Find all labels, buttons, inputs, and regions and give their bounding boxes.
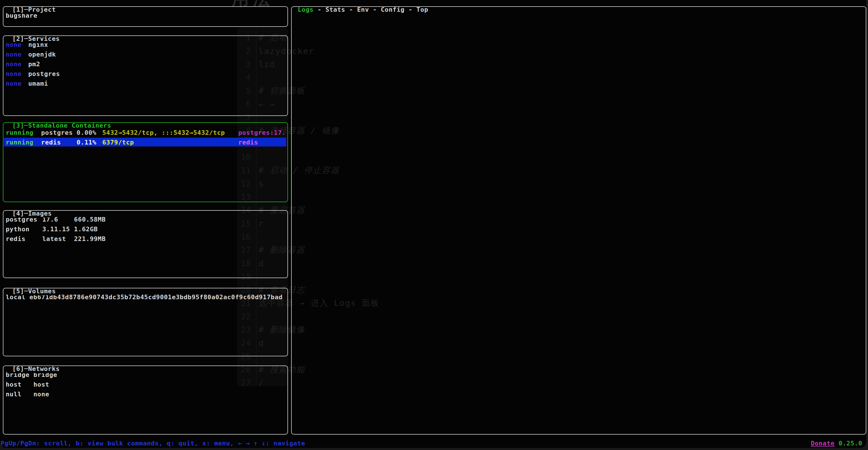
log-line xyxy=(292,31,865,40)
containers-panel[interactable]: [3]─Standalone Containers running postgr… xyxy=(3,122,288,202)
service-state: none xyxy=(6,79,22,89)
status-bar: PgUp/PgDn: scroll, b: view bulk commands… xyxy=(1,439,862,448)
status-bar-right: Donate0.25.0 xyxy=(811,439,862,448)
service-state: none xyxy=(6,69,22,79)
images-panel-title: [4]─Images xyxy=(10,210,54,218)
network-row[interactable]: null none xyxy=(3,389,287,399)
service-row[interactable]: none postgres xyxy=(3,69,287,79)
service-row[interactable]: none umami xyxy=(3,79,287,89)
container-cpu: 0.11% xyxy=(76,138,96,147)
image-size: 221.99MB xyxy=(74,234,106,244)
service-row[interactable]: none openjdk xyxy=(3,50,287,59)
service-state: none xyxy=(6,50,22,59)
containers-panel-title: [3]─Standalone Containers xyxy=(10,122,113,130)
keybindings-help: PgUp/PgDn: scroll, b: view bulk commands… xyxy=(1,439,305,448)
image-tag: latest xyxy=(42,234,66,244)
image-repo: python xyxy=(6,224,29,234)
container-row-redis-selected[interactable]: running redis 0.11% 6379/tcp redis xyxy=(3,138,287,147)
container-image: redis xyxy=(238,138,258,147)
networks-panel[interactable]: [6]─Networks bridge bridge host host nul… xyxy=(3,365,288,435)
service-name: umami xyxy=(28,79,48,89)
donate-link[interactable]: Donate xyxy=(811,440,835,447)
image-repo: redis xyxy=(6,234,25,244)
image-size: 660.58MB xyxy=(74,215,106,224)
network-name: none xyxy=(33,389,49,399)
service-name: openjdk xyxy=(28,50,56,59)
log-line xyxy=(292,40,865,50)
networks-panel-title: [6]─Networks xyxy=(10,365,62,373)
terminal-window: 用法 1 # 启动 2 lazydocker 3 lzd 4 5 # 切换面板 … xyxy=(0,0,866,448)
volumes-panel-title: [5]─Volumes xyxy=(10,288,58,295)
container-name: redis xyxy=(41,138,61,147)
tabs-stats-env-config-top[interactable]: - Stats - Env - Config - Top xyxy=(313,6,428,13)
image-row[interactable]: python 3.11.15 1.62GB xyxy=(3,224,287,234)
network-driver: null xyxy=(6,389,22,399)
container-status: running xyxy=(6,138,33,147)
network-driver: host xyxy=(6,380,22,389)
image-tag: 3.11.15 xyxy=(42,224,70,234)
services-panel[interactable]: [2]─Services none nginx none openjdk non… xyxy=(3,35,288,116)
services-panel-title: [2]─Services xyxy=(10,35,62,43)
log-output xyxy=(292,11,865,60)
image-size: 1.62GB xyxy=(74,224,98,234)
app-version: 0.25.0 xyxy=(839,440,862,447)
service-state: none xyxy=(6,59,22,69)
log-line xyxy=(292,50,865,60)
volumes-panel[interactable]: [5]─Volumes local eb671db43d8786e90743dc… xyxy=(3,288,288,356)
container-image: postgres:17. xyxy=(238,128,286,138)
project-panel[interactable]: [1]─Project bugshare xyxy=(3,6,288,27)
project-panel-title: [1]─Project xyxy=(10,6,58,14)
network-name: host xyxy=(33,380,49,389)
logs-panel-tabs[interactable]: Logs - Stats - Env - Config - Top xyxy=(296,6,430,14)
container-ports: 6379/tcp xyxy=(102,138,134,147)
image-row[interactable]: redis latest 221.99MB xyxy=(3,234,287,244)
volume-name: eb671db43d8786e90743dc35b72b45cd9001e3bd… xyxy=(29,292,283,302)
service-name: postgres xyxy=(28,69,60,79)
tab-logs[interactable]: Logs xyxy=(298,6,313,13)
container-ports: 5432→5432/tcp, :::5432→5432/tcp xyxy=(102,128,225,138)
service-row[interactable]: none pm2 xyxy=(3,59,287,69)
network-row[interactable]: host host xyxy=(3,380,287,389)
images-panel[interactable]: [4]─Images postgres 17.6 660.58MB python… xyxy=(3,210,288,278)
logs-panel[interactable]: Logs - Stats - Env - Config - Top xyxy=(291,6,866,435)
log-line xyxy=(292,21,865,31)
service-name: pm2 xyxy=(28,59,40,69)
